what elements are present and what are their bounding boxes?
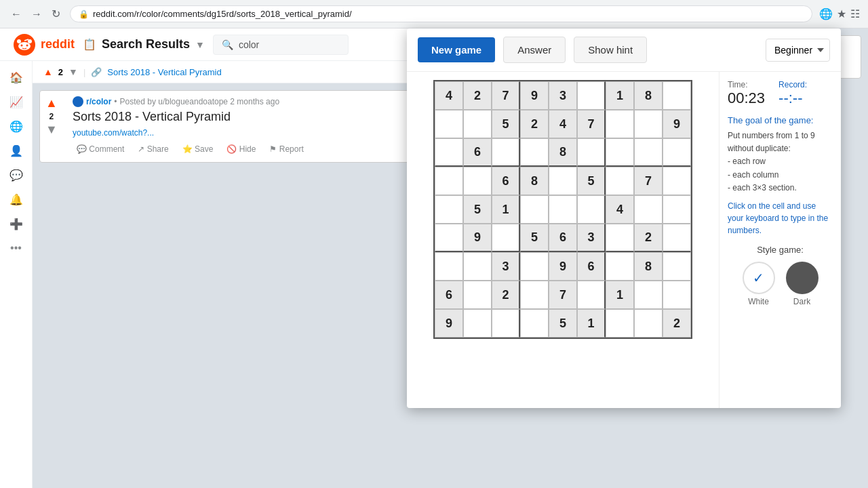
sudoku-cell-5-7[interactable]: 2 (634, 224, 663, 252)
sudoku-cell-5-3[interactable]: 5 (520, 224, 549, 252)
save-button[interactable]: ⭐ Save (178, 142, 218, 157)
downvote-button[interactable]: ▼ (45, 123, 58, 137)
sudoku-cell-1-4[interactable]: 4 (549, 110, 577, 138)
sudoku-cell-6-5[interactable]: 6 (577, 252, 606, 281)
sudoku-cell-1-7[interactable] (634, 110, 663, 138)
sudoku-cell-2-2[interactable] (492, 138, 520, 167)
sudoku-cell-0-4[interactable]: 3 (549, 81, 577, 110)
sudoku-cell-8-2[interactable] (492, 309, 520, 338)
sudoku-cell-6-7[interactable]: 8 (634, 252, 663, 281)
difficulty-select[interactable]: Beginner Easy Medium Hard Expert (766, 61, 830, 62)
sudoku-cell-1-3[interactable]: 2 (520, 110, 549, 138)
white-style-option[interactable]: ✓ White (743, 262, 775, 306)
sudoku-cell-7-2[interactable]: 2 (492, 281, 520, 309)
sudoku-cell-1-8[interactable]: 9 (663, 110, 691, 138)
answer-button[interactable]: Answer (503, 61, 566, 63)
sudoku-cell-6-1[interactable] (463, 252, 492, 281)
sudoku-cell-1-2[interactable]: 5 (492, 110, 520, 138)
downvote-breadcrumb-button[interactable]: ▼ (68, 66, 78, 77)
sudoku-cell-1-6[interactable] (606, 110, 634, 138)
post-link[interactable]: youtube.com/watch?... (73, 128, 154, 138)
sudoku-cell-7-1[interactable] (463, 281, 492, 309)
refresh-button[interactable]: ↻ (49, 5, 63, 23)
sidebar-chat-icon[interactable]: 💬 (5, 164, 27, 186)
bookmark-button[interactable]: ★ (837, 7, 846, 20)
translate-button[interactable]: 🌐 (819, 7, 833, 20)
sidebar-create-icon[interactable]: ➕ (5, 213, 27, 235)
dark-style-option[interactable]: Dark (786, 262, 818, 306)
sudoku-cell-4-5[interactable] (577, 195, 606, 224)
sudoku-cell-3-2[interactable]: 6 (492, 167, 520, 195)
sudoku-cell-5-5[interactable]: 3 (577, 224, 606, 252)
sudoku-cell-5-1[interactable]: 9 (463, 224, 492, 252)
sudoku-cell-3-0[interactable] (435, 167, 463, 195)
sudoku-cell-4-1[interactable]: 5 (463, 195, 492, 224)
sudoku-cell-5-0[interactable] (435, 224, 463, 252)
sudoku-cell-0-3[interactable]: 9 (520, 81, 549, 110)
sudoku-cell-7-6[interactable]: 1 (606, 281, 634, 309)
sudoku-cell-2-8[interactable] (663, 138, 691, 167)
sudoku-cell-8-8[interactable]: 2 (663, 309, 691, 338)
sidebar-popular-icon[interactable]: 📈 (5, 91, 27, 113)
sudoku-cell-0-1[interactable]: 2 (463, 81, 492, 110)
sudoku-cell-8-1[interactable] (463, 309, 492, 338)
sudoku-cell-6-0[interactable] (435, 252, 463, 281)
subreddit-link[interactable]: r/color (86, 97, 111, 106)
sudoku-cell-7-8[interactable] (663, 281, 691, 309)
new-game-button[interactable]: New game (418, 61, 495, 62)
sudoku-cell-0-0[interactable]: 4 (435, 81, 463, 110)
sudoku-cell-6-2[interactable]: 3 (492, 252, 520, 281)
sudoku-cell-4-8[interactable] (663, 195, 691, 224)
sudoku-cell-7-7[interactable] (634, 281, 663, 309)
sudoku-cell-3-4[interactable] (549, 167, 577, 195)
dropdown-arrow-icon[interactable]: ▼ (195, 39, 205, 50)
sidebar-all-icon[interactable]: 🌐 (5, 115, 27, 137)
sidebar-home-icon[interactable]: 🏠 (5, 66, 27, 88)
sudoku-cell-5-6[interactable] (606, 224, 634, 252)
sudoku-cell-0-2[interactable]: 7 (492, 81, 520, 110)
upvote-button[interactable]: ▲ (45, 96, 58, 110)
sudoku-cell-7-0[interactable]: 6 (435, 281, 463, 309)
sudoku-cell-4-3[interactable] (520, 195, 549, 224)
sidebar-user-icon[interactable]: 👤 (5, 140, 27, 161)
sudoku-cell-2-1[interactable]: 6 (463, 138, 492, 167)
dark-style-circle[interactable] (786, 262, 818, 294)
sidebar-more-icon[interactable]: ••• (5, 237, 27, 259)
sudoku-cell-3-8[interactable] (663, 167, 691, 195)
show-hint-button[interactable]: Show hint (574, 61, 647, 63)
sudoku-cell-6-3[interactable] (520, 252, 549, 281)
sudoku-cell-4-7[interactable] (634, 195, 663, 224)
upvote-breadcrumb-button[interactable]: ▲ (43, 66, 53, 77)
report-button[interactable]: ⚑ Report (265, 142, 307, 157)
sudoku-cell-7-4[interactable]: 7 (549, 281, 577, 309)
back-button[interactable]: ← (8, 5, 24, 23)
apps-button[interactable]: ☷ (850, 7, 860, 20)
sudoku-cell-0-6[interactable]: 1 (606, 81, 634, 110)
sudoku-cell-3-6[interactable] (606, 167, 634, 195)
sudoku-cell-2-0[interactable] (435, 138, 463, 167)
sudoku-cell-3-5[interactable]: 5 (577, 167, 606, 195)
sudoku-cell-7-3[interactable] (520, 281, 549, 309)
share-button[interactable]: ↗ Share (134, 142, 172, 157)
sudoku-cell-2-5[interactable] (577, 138, 606, 167)
sudoku-cell-6-6[interactable] (606, 252, 634, 281)
sudoku-cell-7-5[interactable] (577, 281, 606, 309)
sudoku-cell-2-7[interactable] (634, 138, 663, 167)
search-bar[interactable]: 🔍 color (213, 35, 349, 55)
hide-button[interactable]: 🚫 Hide (222, 142, 260, 157)
sudoku-cell-4-6[interactable]: 4 (606, 195, 634, 224)
sudoku-cell-2-6[interactable] (606, 138, 634, 167)
sudoku-cell-2-3[interactable] (520, 138, 549, 167)
sudoku-cell-1-0[interactable] (435, 110, 463, 138)
sudoku-cell-3-1[interactable] (463, 167, 492, 195)
sudoku-cell-0-5[interactable] (577, 81, 606, 110)
sudoku-cell-6-4[interactable]: 9 (549, 252, 577, 281)
sudoku-cell-5-2[interactable] (492, 224, 520, 252)
sudoku-cell-6-8[interactable] (663, 252, 691, 281)
sudoku-cell-4-0[interactable] (435, 195, 463, 224)
sudoku-cell-8-3[interactable] (520, 309, 549, 338)
sudoku-cell-0-7[interactable]: 8 (634, 81, 663, 110)
sudoku-cell-1-1[interactable] (463, 110, 492, 138)
sudoku-cell-8-4[interactable]: 5 (549, 309, 577, 338)
sudoku-cell-8-5[interactable]: 1 (577, 309, 606, 338)
